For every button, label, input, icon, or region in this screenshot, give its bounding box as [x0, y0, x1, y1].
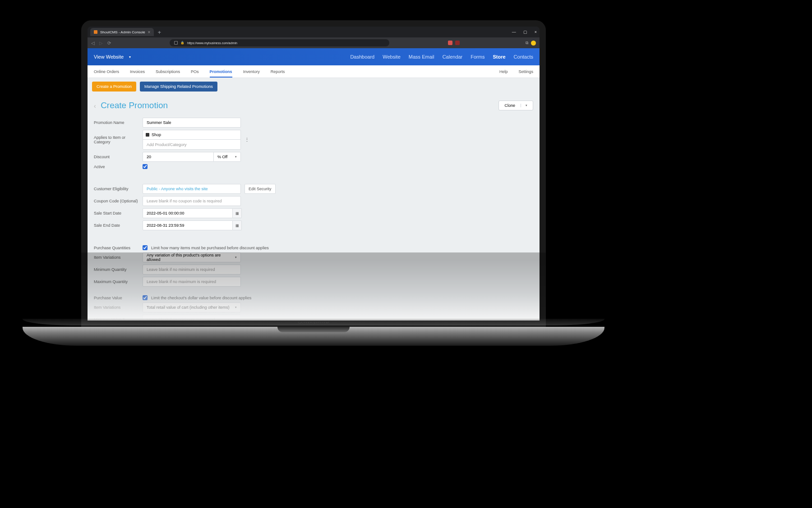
calendar-icon[interactable]: ▦: [233, 208, 242, 218]
label-purchase-quantities: Purchase Quantities: [94, 246, 143, 250]
clone-label: Clone: [504, 103, 515, 108]
nav-back-icon[interactable]: ◁: [91, 41, 95, 46]
label-active: Active: [94, 165, 143, 169]
label-promotion-name: Promotion Name: [94, 120, 143, 125]
laptop-base: [23, 327, 604, 346]
clone-button[interactable]: Clone ▾: [498, 101, 533, 110]
end-date-input[interactable]: [143, 220, 233, 230]
favicon-icon: [94, 30, 97, 34]
manage-shipping-promotions-button[interactable]: Manage Shipping Related Promotions: [140, 82, 217, 92]
label-discount: Discount: [94, 155, 143, 159]
link-settings[interactable]: Settings: [518, 69, 533, 74]
view-website-button[interactable]: View Website ▾: [94, 54, 131, 59]
tab-online-orders[interactable]: Online Orders: [94, 69, 119, 74]
purchase-quantities-text: Limit how many items must be purchased b…: [151, 246, 269, 250]
label-start-date: Sale Start Date: [94, 211, 143, 215]
start-date-input[interactable]: [143, 208, 233, 218]
label-coupon: Coupon Code (Optional): [94, 199, 143, 203]
applies-tag-text: Shop: [152, 133, 161, 137]
create-promotion-button[interactable]: Create a Promotion: [92, 82, 136, 92]
label-eligibility: Customer Eligibility: [94, 187, 143, 191]
browser-tab-strip: ShoutCMS - Admin Console × + — ▢ ×: [88, 27, 540, 37]
nav-reload-icon[interactable]: ⟳: [107, 41, 111, 46]
active-checkbox[interactable]: [143, 164, 148, 169]
promotion-name-input[interactable]: [143, 118, 241, 128]
calendar-icon[interactable]: ▦: [233, 220, 242, 230]
applies-to-tag[interactable]: Shop: [143, 130, 241, 140]
view-website-label: View Website: [94, 54, 124, 59]
url-input[interactable]: 🔒 https://www.mybusiness.com/admin: [170, 39, 389, 46]
back-chevron-icon[interactable]: ‹: [94, 102, 96, 110]
window-maximize-icon[interactable]: ▢: [523, 30, 527, 34]
tab-promotions[interactable]: Promotions: [210, 69, 232, 74]
extension-warn-icon[interactable]: [455, 41, 460, 45]
discount-unit-label: % Off: [217, 155, 227, 159]
chevron-down-icon[interactable]: ▾: [521, 104, 527, 107]
extension-shield-icon[interactable]: [448, 41, 452, 45]
discount-unit-select[interactable]: % Off ▾: [214, 152, 241, 162]
eligibility-value: Public - Anyone who visits the site: [147, 187, 208, 191]
chevron-down-icon: ▾: [129, 55, 131, 59]
nav-website[interactable]: Website: [383, 54, 401, 59]
eligibility-select[interactable]: Public - Anyone who visits the site: [143, 184, 241, 194]
label-applies-to: Applies to Item or Category: [94, 135, 143, 144]
laptop-reflection: Notebook: [23, 252, 604, 325]
nav-mass-email[interactable]: Mass Email: [409, 54, 434, 59]
browser-address-bar: ◁ ▷ ⟳ 🔒 https://www.mybusiness.com/admin…: [88, 37, 540, 48]
url-text: https://www.mybusiness.com/admin: [187, 41, 237, 45]
nav-store[interactable]: Store: [493, 54, 505, 59]
window-minimize-icon[interactable]: —: [512, 30, 516, 34]
secondary-nav: Online Orders Invoices Subscriptions POs…: [88, 65, 540, 78]
purchase-quantities-checkbox[interactable]: [143, 245, 148, 250]
folder-icon: [146, 133, 149, 137]
tab-reports[interactable]: Reports: [271, 69, 285, 74]
link-help[interactable]: Help: [499, 69, 508, 74]
action-bar: Create a Promotion Manage Shipping Relat…: [88, 78, 540, 95]
chevron-down-icon: ▾: [235, 155, 237, 159]
tab-title: ShoutCMS - Admin Console: [100, 30, 145, 34]
site-info-icon[interactable]: [174, 41, 178, 45]
edit-security-button[interactable]: Edit Security: [245, 184, 276, 194]
close-tab-icon[interactable]: ×: [148, 30, 151, 35]
tab-subscriptions[interactable]: Subscriptions: [156, 69, 180, 74]
primary-nav: View Website ▾ Dashboard Website Mass Em…: [88, 48, 540, 65]
nav-forward-icon[interactable]: ▷: [99, 41, 103, 46]
label-end-date: Sale End Date: [94, 223, 143, 228]
discount-value-input[interactable]: [143, 152, 214, 162]
profile-avatar-icon[interactable]: [531, 41, 536, 46]
more-options-icon[interactable]: ⋮: [245, 137, 249, 143]
window-close-icon[interactable]: ×: [535, 30, 537, 34]
tab-inventory[interactable]: Inventory: [243, 69, 260, 74]
nav-forms[interactable]: Forms: [471, 54, 484, 59]
coupon-code-input[interactable]: [143, 196, 241, 206]
nav-dashboard[interactable]: Dashboard: [350, 54, 374, 59]
browser-tab[interactable]: ShoutCMS - Admin Console ×: [90, 28, 154, 36]
extensions-icon[interactable]: ⧉: [526, 41, 528, 46]
lock-icon: 🔒: [180, 41, 185, 45]
page-title: Create Promotion: [101, 101, 168, 110]
nav-contacts[interactable]: Contacts: [514, 54, 533, 59]
add-product-category-input[interactable]: [143, 140, 241, 150]
tab-pos[interactable]: POs: [191, 69, 199, 74]
new-tab-button[interactable]: +: [157, 29, 161, 36]
tab-invoices[interactable]: Invoices: [130, 69, 145, 74]
nav-calendar[interactable]: Calendar: [443, 54, 463, 59]
